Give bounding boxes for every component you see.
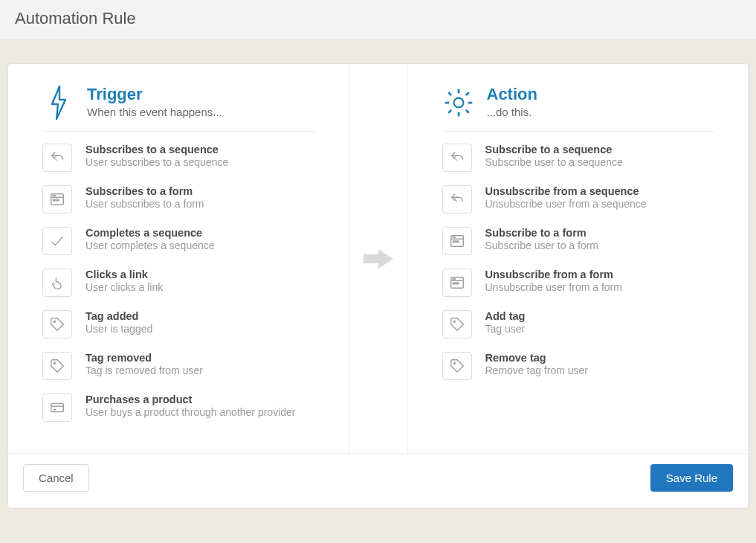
save-button[interactable]: Save Rule (650, 464, 733, 492)
svg-point-15 (453, 237, 453, 238)
action-add-tag[interactable]: Add tag Tag user (442, 310, 714, 338)
item-desc: User subscribes to a form (85, 198, 204, 210)
item-desc: Subscribe user to a form (485, 240, 599, 251)
item-title: Unsubscribe from a form (485, 269, 622, 280)
item-desc: Tag user (485, 323, 526, 335)
svg-point-12 (453, 98, 463, 108)
svg-rect-8 (51, 404, 64, 412)
svg-point-20 (453, 279, 453, 280)
trigger-header: Trigger When this event happens... (42, 85, 314, 132)
svg-point-3 (53, 196, 54, 196)
action-column: Action ...do this. Subscribe to a sequen… (408, 64, 749, 453)
cancel-button[interactable]: Cancel (23, 464, 89, 492)
pointer-icon (42, 269, 72, 297)
form-icon (442, 269, 472, 297)
item-title: Purchases a product (85, 393, 296, 405)
item-desc: User is tagged (85, 323, 152, 335)
tag-icon (442, 310, 472, 338)
item-desc: User buys a product through another prov… (85, 406, 296, 418)
action-unsubscribe-form[interactable]: Unsubscribe from a form Unsubscribe user… (442, 269, 714, 297)
reply-icon (42, 144, 72, 172)
check-icon (42, 227, 72, 255)
rule-card: Trigger When this event happens... Subsc… (7, 63, 749, 509)
svg-rect-5 (54, 199, 59, 201)
svg-marker-0 (52, 86, 65, 119)
bolt-icon (42, 85, 75, 121)
item-desc: Tag is removed from user (85, 364, 203, 376)
arrow-right-icon (364, 248, 393, 270)
trigger-column: Trigger When this event happens... Subsc… (8, 64, 349, 453)
trigger-subscribes-sequence[interactable]: Subscribes to a sequence User subscribes… (42, 144, 314, 172)
svg-point-23 (453, 321, 455, 322)
action-unsubscribe-sequence[interactable]: Unsubscribe from a sequence Unsubscribe … (442, 185, 714, 213)
trigger-heading: Trigger (87, 85, 222, 104)
item-title: Clicks a link (85, 269, 163, 280)
item-desc: User completes a sequence (85, 240, 215, 251)
page-title: Automation Rule (15, 9, 741, 28)
svg-point-6 (54, 321, 55, 322)
svg-rect-22 (453, 283, 458, 284)
item-desc: Unsubscribe user from a form (485, 281, 622, 293)
item-title: Subscribes to a form (85, 185, 204, 197)
item-title: Completes a sequence (85, 227, 215, 239)
action-header: Action ...do this. (442, 85, 714, 132)
columns: Trigger When this event happens... Subsc… (8, 64, 748, 453)
action-subheading: ...do this. (487, 106, 537, 118)
svg-point-7 (54, 362, 55, 364)
item-desc: Unsubscribe user from a sequence (485, 198, 647, 210)
trigger-completes-sequence[interactable]: Completes a sequence User completes a se… (42, 227, 314, 255)
trigger-subheading: When this event happens... (87, 106, 222, 118)
card-footer: Cancel Save Rule (8, 453, 748, 508)
svg-rect-17 (453, 241, 458, 242)
credit-card-icon (42, 393, 72, 422)
page-header: Automation Rule (0, 0, 756, 39)
item-title: Subscribe to a form (485, 227, 599, 239)
tag-icon (42, 352, 72, 380)
item-title: Subscribe to a sequence (485, 144, 623, 155)
trigger-tag-removed[interactable]: Tag removed Tag is removed from user (42, 352, 314, 380)
svg-point-16 (454, 237, 455, 238)
svg-marker-11 (364, 249, 393, 269)
svg-point-24 (453, 362, 455, 364)
action-subscribe-form[interactable]: Subscribe to a form Subscribe user to a … (442, 227, 714, 255)
item-title: Unsubscribe from a sequence (485, 185, 647, 197)
item-desc: Remove tag from user (485, 364, 589, 376)
action-heading: Action (487, 85, 537, 104)
item-title: Subscribes to a sequence (85, 144, 228, 155)
svg-point-4 (54, 196, 55, 196)
form-icon (42, 185, 72, 213)
item-title: Tag added (85, 310, 152, 322)
item-title: Add tag (485, 310, 526, 322)
action-remove-tag[interactable]: Remove tag Remove tag from user (442, 352, 714, 380)
divider-arrow (349, 64, 408, 453)
trigger-subscribes-form[interactable]: Subscribes to a form User subscribes to … (42, 185, 314, 213)
svg-point-21 (454, 279, 455, 280)
action-subscribe-sequence[interactable]: Subscribe to a sequence Subscribe user t… (442, 144, 714, 172)
form-icon (442, 227, 472, 255)
tag-icon (442, 352, 472, 380)
item-desc: User subscribes to a sequence (85, 156, 228, 168)
trigger-purchases-product[interactable]: Purchases a product User buys a product … (42, 393, 314, 422)
item-title: Remove tag (485, 352, 589, 364)
reply-icon (442, 144, 472, 172)
item-title: Tag removed (85, 352, 203, 364)
gear-icon (442, 85, 475, 121)
reply-icon (442, 185, 472, 213)
item-desc: User clicks a link (85, 281, 163, 293)
canvas: Trigger When this event happens... Subsc… (0, 39, 756, 516)
tag-icon (42, 310, 72, 338)
trigger-tag-added[interactable]: Tag added User is tagged (42, 310, 314, 338)
trigger-clicks-link[interactable]: Clicks a link User clicks a link (42, 269, 314, 297)
item-desc: Subscribe user to a sequence (485, 156, 623, 168)
